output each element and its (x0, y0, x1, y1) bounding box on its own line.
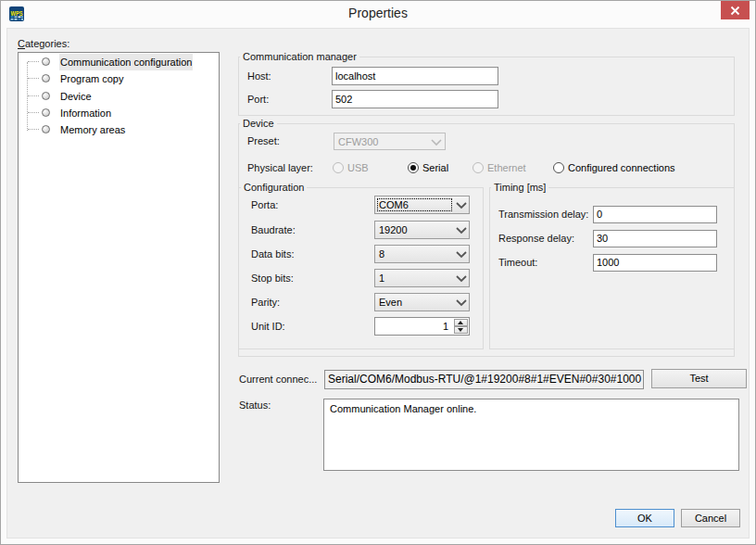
svg-text:WPS: WPS (11, 9, 23, 18)
